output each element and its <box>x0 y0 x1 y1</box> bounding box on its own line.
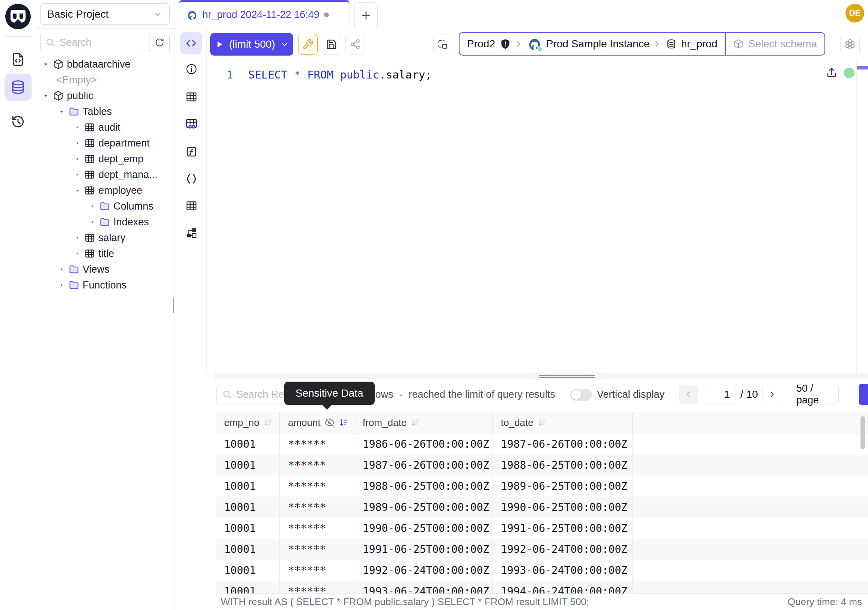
table-row[interactable]: 10001******1987-06-26T00:00:00Z1988-06-2… <box>216 455 868 475</box>
caret-down-icon[interactable] <box>42 92 50 99</box>
column-header-emp-no[interactable]: emp_no <box>216 412 280 433</box>
share-button[interactable] <box>346 34 365 55</box>
page-size-select[interactable]: 50 / page <box>796 384 839 405</box>
select-schema-label: Select schema <box>748 38 817 50</box>
function-icon <box>185 145 198 158</box>
page-input[interactable] <box>705 384 735 405</box>
caret-right-icon[interactable] <box>74 234 81 241</box>
tree-item-dept-manager[interactable]: dept_mana... <box>36 167 175 183</box>
sidebar-resize-handle[interactable] <box>173 298 174 313</box>
play-icon <box>215 40 224 49</box>
sort-icon[interactable] <box>537 418 547 427</box>
table-row[interactable]: 10001******1986-06-26T00:00:00Z1987-06-2… <box>216 433 868 455</box>
table-row[interactable]: 10001******1993-06-24T00:00:00Z1994-06-2… <box>216 581 868 593</box>
panel-resize-handle[interactable] <box>215 373 868 379</box>
next-page-button[interactable] <box>763 385 781 404</box>
editor-view-button[interactable] <box>180 32 202 54</box>
sidebar-search-input[interactable] <box>59 37 135 48</box>
folder-icon <box>68 264 80 275</box>
caret-right-icon[interactable] <box>74 171 81 178</box>
caret-down-icon[interactable] <box>42 61 50 68</box>
tree-item-indexes[interactable]: Indexes <box>36 214 175 230</box>
strip-item-functions[interactable] <box>185 145 198 158</box>
strip-item-masked-tables[interactable] <box>185 117 198 131</box>
sort-icon[interactable] <box>263 418 273 427</box>
strip-item-procedures[interactable] <box>185 172 198 186</box>
caret-right-icon[interactable] <box>74 124 81 131</box>
refresh-button[interactable] <box>149 33 170 52</box>
tree-item-audit[interactable]: audit <box>36 120 175 135</box>
environment-segment[interactable]: Prod2 <box>460 33 514 55</box>
caret-right-icon[interactable] <box>74 140 81 146</box>
save-button[interactable] <box>322 34 341 55</box>
results-scrollbar-thumb[interactable] <box>860 416 865 449</box>
ai-assistant-button[interactable] <box>840 34 860 54</box>
run-query-button[interactable]: (limit 500) <box>210 33 293 56</box>
schema-sidebar: Basic Project bbdataarchive <Empty> publ… <box>36 0 175 610</box>
caret-right-icon[interactable] <box>74 250 81 257</box>
tree-item-title[interactable]: title <box>36 246 175 261</box>
editor-scrollbar[interactable] <box>856 62 857 373</box>
upload-icon <box>825 66 838 79</box>
tree-item-bbdataarchive[interactable]: bbdataarchive <box>36 56 175 72</box>
rail-item-worksheet[interactable] <box>5 46 31 73</box>
strip-item-tables[interactable] <box>185 90 198 104</box>
tree-item-columns[interactable]: Columns <box>36 198 175 214</box>
upload-sql-button[interactable] <box>825 66 838 79</box>
tree-item-tables[interactable]: Tables <box>36 104 175 120</box>
rail-item-databases[interactable] <box>5 74 31 101</box>
caret-right-icon[interactable] <box>58 282 65 289</box>
table-row[interactable]: 10001******1988-06-25T00:00:00Z1989-06-2… <box>216 475 868 497</box>
caret-down-icon[interactable] <box>58 108 65 115</box>
chevron-down-icon[interactable] <box>281 40 289 48</box>
strip-item-views[interactable] <box>185 199 198 213</box>
unsaved-dot <box>324 12 329 17</box>
tree-item-employee[interactable]: employee <box>36 183 175 198</box>
column-header-from-date[interactable]: from_date <box>354 412 493 433</box>
export-button-partial[interactable] <box>859 384 868 405</box>
sort-icon[interactable] <box>339 418 349 427</box>
column-header-amount[interactable]: amount <box>280 412 354 433</box>
batch-query-button[interactable] <box>433 34 452 54</box>
database-segment[interactable]: hr_prod <box>662 33 725 55</box>
project-select[interactable]: Basic Project <box>40 3 170 25</box>
tree-item-dept-emp[interactable]: dept_emp <box>36 151 175 167</box>
sidebar-search[interactable] <box>40 33 145 52</box>
tree-item-functions[interactable]: Functions <box>36 277 175 293</box>
rail-item-history[interactable] <box>5 108 31 135</box>
sort-icon[interactable] <box>410 418 420 427</box>
column-header-to-date[interactable]: to_date <box>493 412 632 433</box>
select-schema-button[interactable]: Select schema <box>725 33 825 55</box>
table-row[interactable]: 10001******1990-06-25T00:00:00Z1991-06-2… <box>216 518 868 539</box>
caret-right-icon[interactable] <box>58 266 65 273</box>
eye-off-icon[interactable] <box>324 417 335 428</box>
table-row[interactable]: 10001******1991-06-25T00:00:00Z1992-06-2… <box>216 539 868 560</box>
tree-item-salary[interactable]: salary <box>36 230 175 246</box>
table-row[interactable]: 10001******1989-06-25T00:00:00Z1990-06-2… <box>216 497 868 518</box>
table-row[interactable]: 10001******1992-06-24T00:00:00Z1993-06-2… <box>216 560 868 581</box>
new-tab-button[interactable] <box>354 2 378 28</box>
strip-item-info[interactable] <box>185 62 198 76</box>
schema-cube-icon <box>53 59 64 70</box>
caret-down-icon[interactable] <box>74 187 81 194</box>
tree-item-department[interactable]: department <box>36 135 175 151</box>
caret-right-icon[interactable] <box>74 155 81 162</box>
avatar[interactable]: DE <box>845 4 864 23</box>
vertical-display-toggle[interactable] <box>570 389 592 401</box>
instance-status-dot <box>537 46 542 52</box>
strip-item-schema-diagram[interactable] <box>185 226 198 240</box>
tree-item-views[interactable]: Views <box>36 261 175 277</box>
connection-scope[interactable]: Prod2 Prod Sample Instance hr_prod Selec… <box>459 32 825 56</box>
tree-item-public[interactable]: public <box>36 88 175 104</box>
tab-hr-prod[interactable]: hr_prod 2024-11-22 16:49 <box>179 0 350 28</box>
instance-segment[interactable]: Prod Sample Instance <box>523 33 653 55</box>
bytebase-logo[interactable] <box>5 4 31 29</box>
folder-icon <box>68 279 80 291</box>
sql-editor[interactable]: 1 SELECT * FROM public.salary; <box>207 62 868 373</box>
caret-right-icon[interactable] <box>88 219 96 225</box>
caret-right-icon[interactable] <box>88 203 96 210</box>
rail-divider <box>4 36 32 37</box>
postgres-icon <box>187 9 198 21</box>
format-sql-button[interactable] <box>298 34 318 55</box>
prev-page-button[interactable] <box>679 385 698 404</box>
